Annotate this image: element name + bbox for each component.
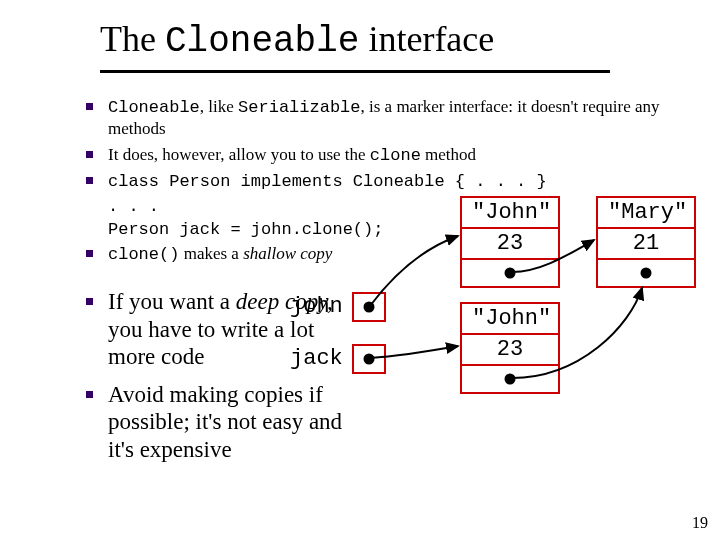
object-john-1: "John" 23: [460, 196, 560, 288]
var-jack-label: jack: [290, 346, 343, 371]
title-post: interface: [359, 19, 494, 59]
obj2-age: 21: [598, 227, 694, 258]
diagram: john jack "John" 23 "Mary" 21 "John" 23: [330, 196, 700, 466]
b2-code: clone: [370, 146, 421, 165]
b2-t2: method: [421, 145, 476, 164]
b4-t1: makes a: [179, 244, 243, 263]
var-john-label: john: [290, 294, 343, 319]
b4-em: shallow copy: [243, 244, 332, 263]
page-number: 19: [692, 514, 708, 532]
object-mary: "Mary" 21: [596, 196, 696, 288]
b2-t1: It does, however, allow you to use the: [108, 145, 370, 164]
b5-t2: you have to write a lot more code: [108, 317, 314, 370]
bullet-2: It does, however, allow you to use the c…: [86, 144, 686, 166]
b1-t1: , like: [200, 97, 238, 116]
b1-code1: Cloneable: [108, 98, 200, 117]
obj2-name: "Mary": [598, 198, 694, 227]
obj1-age: 23: [462, 227, 558, 258]
bullet-3: class Person implements Cloneable { . . …: [86, 170, 686, 192]
slide-title: The Cloneable interface: [100, 18, 494, 62]
bullet-1: Cloneable, like Serializable, is a marke…: [86, 96, 686, 140]
obj3-age: 23: [462, 333, 558, 364]
bullet-6: Avoid making copies if possible; it's no…: [86, 381, 366, 464]
b1-code2: Serializable: [238, 98, 360, 117]
title-pre: The: [100, 19, 165, 59]
var-jack-box: [352, 344, 386, 374]
b6-t: Avoid making copies if possible; it's no…: [108, 382, 342, 462]
b4-code: clone(): [108, 245, 179, 264]
title-code: Cloneable: [165, 21, 359, 62]
obj1-name: "John": [462, 198, 558, 227]
obj3-ref: [462, 364, 558, 392]
obj1-ref: [462, 258, 558, 286]
obj3-name: "John": [462, 304, 558, 333]
slide: The Cloneable interface Cloneable, like …: [0, 0, 720, 540]
b3-code: class Person implements Cloneable { . . …: [108, 172, 547, 191]
title-rule: [100, 70, 610, 73]
b5-t1: If you want a: [108, 289, 236, 314]
object-john-clone: "John" 23: [460, 302, 560, 394]
var-john-box: [352, 292, 386, 322]
obj2-ref: [598, 258, 694, 286]
